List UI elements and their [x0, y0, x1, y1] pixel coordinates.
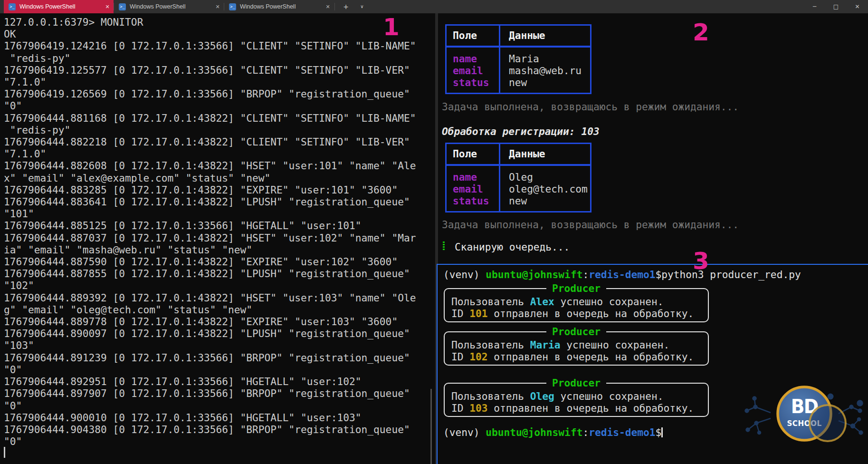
producer-box-title: Producer — [445, 326, 708, 338]
tab-powershell-3[interactable]: >_ Windows PowerShell ✕ — [224, 0, 334, 13]
status-message: Задача выполнена, возвращаюсь в режим ож… — [442, 101, 739, 113]
shell-prompt: (venv) ubuntu@johnswift:redis-demo1$ — [443, 426, 663, 438]
consumer-pane[interactable]: Поле Данные nameemailstatus Mariamasha@w… — [438, 13, 868, 264]
table-fields: nameemailstatus — [447, 48, 500, 93]
powershell-icon: >_ — [119, 3, 126, 10]
tab-close-icon[interactable]: ✕ — [322, 4, 334, 10]
producer-box-title: Producer — [445, 282, 708, 294]
terminal-cursor — [661, 427, 663, 437]
prompt-dir: redis-demo1 — [589, 426, 655, 438]
annotation-3: 3 — [693, 249, 709, 273]
prompt-command: python3 producer_red.py — [661, 269, 801, 280]
scan-line: Сканирую очередь... — [443, 241, 570, 253]
status-message: Задача выполнена, возвращаюсь в режим ож… — [442, 219, 739, 231]
prompt-dir: redis-demo1 — [589, 269, 655, 280]
prompt-user: ubuntu@johnswift — [486, 426, 582, 438]
new-tab-button[interactable]: + — [339, 0, 353, 13]
tab-powershell-1[interactable]: >_ Windows PowerShell ✕ — [4, 0, 114, 13]
user-name: Oleg — [530, 390, 554, 402]
scan-text: Сканирую очередь... — [455, 241, 570, 253]
terminal-window: >_ Windows PowerShell ✕ >_ Windows Power… — [0, 0, 868, 464]
maximize-button[interactable]: □ — [825, 0, 847, 13]
task-title: Обработка регистрации: 103 — [442, 126, 600, 137]
tab-title: Windows PowerShell — [19, 3, 101, 10]
table-header-data: Данные — [500, 26, 590, 46]
tab-close-icon[interactable]: ✕ — [101, 4, 114, 10]
tab-separator — [334, 3, 335, 10]
user-table-oleg: Поле Данные nameemailstatus Olegoleg@tec… — [445, 143, 591, 213]
producer-box: ProducerПользователь Maria успешно сохра… — [444, 331, 709, 366]
annotation-1: 1 — [383, 15, 400, 39]
user-name: Alex — [530, 296, 554, 308]
table-values: Mariamasha@web.runew — [500, 48, 590, 93]
user-id: 101 — [469, 308, 487, 319]
tab-title: Windows PowerShell — [240, 3, 322, 10]
user-name: Maria — [530, 339, 561, 351]
table-fields: nameemailstatus — [447, 166, 500, 211]
minimize-button[interactable]: ─ — [804, 0, 825, 13]
spinner-icon — [443, 242, 445, 251]
tab-separator — [114, 3, 114, 10]
terminal-cursor — [4, 447, 5, 458]
tab-separator — [224, 3, 224, 10]
scrollbar-thumb[interactable] — [430, 389, 432, 464]
table-values: Olegoleg@tech.comnew — [500, 166, 590, 211]
producer-box: ProducerПользователь Oleg успешно сохран… — [444, 383, 709, 417]
producer-box: ProducerПользователь Alex успешно сохран… — [444, 288, 709, 322]
tab-dropdown-button[interactable]: ∨ — [355, 0, 369, 13]
table-header-field: Поле — [447, 26, 500, 46]
user-id: 102 — [469, 351, 487, 363]
table-header-field: Поле — [447, 144, 500, 164]
tab-powershell-2[interactable]: >_ Windows PowerShell ✕ — [114, 0, 224, 13]
tab-title: Windows PowerShell — [130, 3, 211, 10]
powershell-icon: >_ — [229, 3, 236, 10]
logo-overlap-circle — [809, 404, 847, 442]
user-table-maria: Поле Данные nameemailstatus Mariamasha@w… — [445, 24, 591, 94]
title-bar: >_ Windows PowerShell ✕ >_ Windows Power… — [0, 0, 868, 13]
annotation-2: 2 — [693, 20, 709, 44]
window-close-button[interactable]: ✕ — [847, 0, 868, 13]
shell-prompt: (venv) ubuntu@johnswift:redis-demo1$pyth… — [443, 269, 801, 280]
producer-box-title: Producer — [445, 377, 708, 389]
powershell-icon: >_ — [9, 3, 16, 10]
user-id: 103 — [469, 402, 487, 414]
redis-monitor-pane[interactable]: 127.0.0.1:6379> MONITOR OK 1767906419.12… — [0, 13, 435, 464]
monitor-log: 127.0.0.1:6379> MONITOR OK 1767906419.12… — [4, 16, 416, 447]
table-header-data: Данные — [500, 144, 590, 164]
prompt-user: ubuntu@johnswift — [486, 269, 582, 280]
tab-close-icon[interactable]: ✕ — [211, 4, 224, 10]
